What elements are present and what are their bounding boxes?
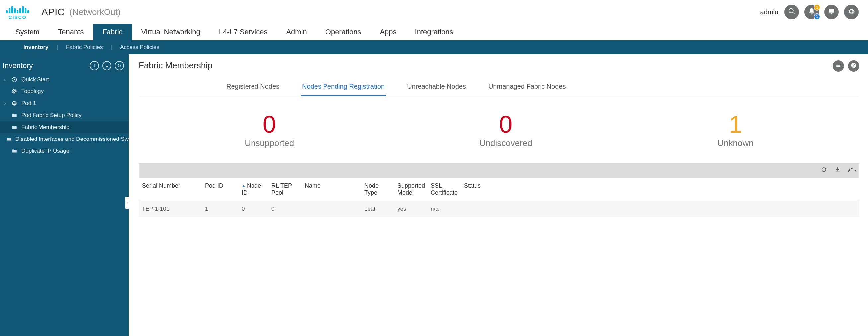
sidebar-item-topology[interactable]: Topology: [0, 86, 129, 97]
sidebar-tool-refresh-icon[interactable]: ↻: [115, 61, 124, 70]
kpi-label: Unknown: [717, 138, 753, 148]
cell-ssl: n/a: [427, 201, 461, 217]
monitor-icon: [828, 8, 835, 16]
table-actions-button[interactable]: ▾: [848, 167, 856, 174]
sidebar-item-quick-start[interactable]: ›Quick Start: [0, 73, 129, 86]
kpi-value: 0: [479, 112, 532, 136]
current-user[interactable]: admin: [761, 8, 778, 16]
col-node-type[interactable]: Node Type: [361, 178, 394, 201]
table-refresh-button[interactable]: [820, 167, 828, 174]
nav-tab-integrations[interactable]: Integrations: [406, 24, 463, 40]
sidebar-tool-expand-icon[interactable]: ⤴: [90, 61, 99, 70]
download-icon: [835, 166, 841, 174]
tools-icon: [847, 166, 854, 174]
content-tab-unreachable-nodes[interactable]: Unreachable Nodes: [406, 79, 467, 96]
folder-icon: [11, 148, 18, 154]
sidebar-item-label: Topology: [21, 88, 44, 95]
folder-icon: [11, 124, 18, 130]
content-tabs: Registered NodesNodes Pending Registrati…: [139, 79, 859, 96]
caret-icon: ›: [3, 77, 7, 82]
cell-pod: 1: [202, 201, 238, 217]
sidebar-item-pod-fabric-setup-policy[interactable]: Pod Fabric Setup Policy: [0, 109, 129, 121]
nav-tab-virtual-networking[interactable]: Virtual Networking: [132, 24, 210, 40]
pending-nodes-table: Serial NumberPod ID▲Node IDRL TEP PoolNa…: [139, 178, 859, 217]
cisco-logo-bars-icon: [6, 6, 29, 13]
kpi-unsupported: 0Unsupported: [245, 112, 294, 148]
subnav-access-policies[interactable]: Access Policies: [120, 44, 159, 51]
app-title: APIC: [41, 6, 65, 18]
gear-icon: [848, 8, 855, 16]
list-icon: [835, 62, 841, 70]
search-button[interactable]: [784, 5, 799, 19]
cell-model: yes: [394, 201, 427, 217]
page-tools: [833, 60, 859, 72]
table-head: Serial NumberPod ID▲Node IDRL TEP PoolNa…: [139, 178, 859, 201]
nav-tab-admin[interactable]: Admin: [277, 24, 316, 40]
pod-icon: [11, 100, 18, 106]
sidebar-item-fabric-membership[interactable]: Fabric Membership: [0, 121, 129, 133]
table-download-button[interactable]: [834, 167, 841, 174]
settings-button[interactable]: [844, 5, 859, 19]
col-rl-tep-pool[interactable]: RL TEP Pool: [268, 178, 301, 201]
cell-node: 0: [238, 201, 268, 217]
col-pod-id[interactable]: Pod ID: [202, 178, 238, 201]
col-supported-model[interactable]: Supported Model: [394, 178, 427, 201]
cell-name: [301, 201, 361, 217]
content-area: Fabric Membership Registered NodesNodes …: [129, 54, 868, 336]
table-body: TEP-1-101100Leafyesn/a: [139, 201, 859, 217]
cell-serial: TEP-1-101: [139, 201, 202, 217]
kpi-label: Unsupported: [245, 138, 294, 148]
col-ssl-certificate[interactable]: SSL Certificate: [427, 178, 461, 201]
nav-tab-tenants[interactable]: Tenants: [49, 24, 93, 40]
header-icons: 1 1: [784, 5, 859, 19]
page-list-button[interactable]: [833, 60, 844, 72]
col-serial-number[interactable]: Serial Number: [139, 178, 202, 201]
nav-tab-fabric[interactable]: Fabric: [93, 24, 132, 40]
subnav-separator: |: [57, 44, 58, 51]
subnav-inventory[interactable]: Inventory: [23, 44, 49, 51]
cell-tep: 0: [268, 201, 301, 217]
page-help-button[interactable]: [848, 60, 859, 72]
feedback-button[interactable]: [824, 5, 839, 19]
sidebar-item-label: Duplicate IP Usage: [21, 148, 69, 155]
kpi-value: 0: [245, 112, 294, 136]
col-label: Node Type: [364, 182, 379, 196]
nav-tab-l4-l7-services[interactable]: L4-L7 Services: [210, 24, 277, 40]
sidebar-tool-filter-icon[interactable]: ≡: [102, 61, 112, 70]
secondary-nav: Inventory|Fabric Policies|Access Policie…: [0, 40, 868, 54]
nav-tab-system[interactable]: System: [6, 24, 49, 40]
sidebar-item-pod-1[interactable]: ›Pod 1: [0, 97, 129, 109]
kpi-label: Undiscovered: [479, 138, 532, 148]
subnav-fabric-policies[interactable]: Fabric Policies: [66, 44, 103, 51]
sidebar-item-label: Pod 1: [21, 100, 36, 107]
sidebar-item-label: Fabric Membership: [21, 124, 70, 131]
nav-tab-apps[interactable]: Apps: [370, 24, 405, 40]
table-row[interactable]: TEP-1-101100Leafyesn/a: [139, 201, 859, 217]
sidebar-item-disabled-interfaces-and-decommissioned-switch[interactable]: Disabled Interfaces and Decommissioned S…: [0, 133, 129, 145]
sidebar-item-label: Pod Fabric Setup Policy: [21, 112, 81, 119]
folder-icon: [6, 136, 12, 142]
cisco-logo: CISCO: [6, 4, 29, 20]
content-tab-unmanaged-fabric-nodes[interactable]: Unmanaged Fabric Nodes: [487, 79, 567, 96]
app-header: CISCO APIC (NetworkOut) admin 1 1: [0, 0, 868, 24]
sidebar: Inventory ⤴ ≡ ↻ ›Quick StartTopology›Pod…: [0, 54, 129, 336]
col-label: Serial Number: [142, 182, 180, 189]
cisco-logo-word: CISCO: [8, 14, 26, 20]
col-name[interactable]: Name: [301, 178, 361, 201]
col-node-id[interactable]: ▲Node ID: [238, 178, 268, 201]
notification-badge-info: 1: [814, 13, 820, 20]
notification-badge-warning: 1: [814, 4, 820, 10]
sidebar-item-duplicate-ip-usage[interactable]: Duplicate IP Usage: [0, 145, 129, 157]
col-label: SSL Certificate: [431, 182, 458, 196]
table-toolbar: ▾: [139, 163, 859, 178]
nav-tab-operations[interactable]: Operations: [316, 24, 371, 40]
cell-status: [461, 201, 859, 217]
svg-point-2: [13, 91, 15, 93]
col-status[interactable]: Status: [461, 178, 859, 201]
folder-icon: [11, 112, 18, 118]
sidebar-title: Inventory: [3, 61, 33, 70]
content-tab-registered-nodes[interactable]: Registered Nodes: [225, 79, 281, 96]
notifications-button[interactable]: 1 1: [804, 5, 819, 19]
topology-icon: [11, 89, 18, 95]
content-tab-nodes-pending-registration[interactable]: Nodes Pending Registration: [301, 79, 386, 96]
